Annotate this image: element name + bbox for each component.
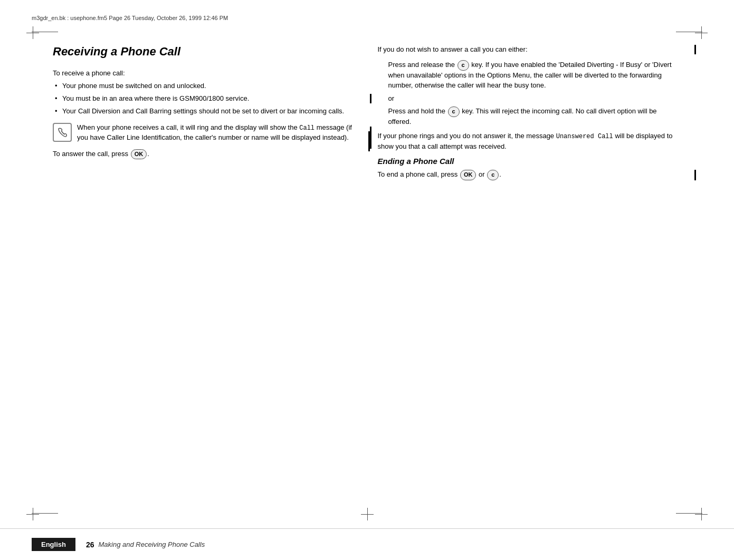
bullet-item-3: Your Call Diversion and Call Barring set…: [53, 107, 357, 116]
right-intro: If you do not wish to answer a call you …: [378, 45, 682, 55]
margin-bar-1: [370, 94, 371, 103]
page: m3gdr_en.bk : usephone.fm5 Page 26 Tuesd…: [0, 0, 734, 560]
header-bar: m3gdr_en.bk : usephone.fm5 Page 26 Tuesd…: [32, 15, 702, 21]
corner-line-bl: [32, 513, 58, 514]
corner-line-br: [676, 513, 702, 514]
code-call: Call: [299, 124, 314, 132]
corner-mark-tr: [695, 26, 708, 39]
corner-line-tr: [676, 32, 702, 32]
option1-block: Press and release the c key. If you have…: [388, 60, 682, 91]
corner-mark-bl: [26, 508, 39, 520]
margin-bar-2: [370, 127, 371, 149]
unanswered-code: Unanswered Call: [556, 133, 613, 140]
margin-bar-right-top: [694, 45, 696, 54]
answer-text: To answer the call, press OK.: [53, 149, 357, 159]
unanswered-para: If your phone rings and you do not answe…: [378, 131, 682, 151]
left-column: Receiving a Phone Call To receive a phon…: [53, 45, 357, 497]
end-title: Ending a Phone Call: [378, 157, 682, 166]
left-section-title: Receiving a Phone Call: [53, 45, 357, 59]
end-para: To end a phone call, press OK or c.: [378, 170, 682, 180]
or-separator: or: [388, 94, 682, 102]
margin-bar-unanswered: [368, 131, 370, 151]
content-area: Receiving a Phone Call To receive a phon…: [53, 45, 681, 497]
corner-mark-tl: [26, 26, 39, 39]
bullet-item-1: Your phone must be switched on and unloc…: [53, 81, 357, 91]
corner-line-tl: [32, 32, 58, 32]
ok-key-left: OK: [131, 149, 147, 159]
bullet-list: Your phone must be switched on and unloc…: [53, 81, 357, 117]
c-key-end: c: [487, 170, 499, 180]
footer-page-number: 26: [86, 540, 94, 549]
left-intro: To receive a phone call:: [53, 69, 357, 77]
header-text: m3gdr_en.bk : usephone.fm5 Page 26 Tuesd…: [32, 15, 228, 21]
c-key-option2: c: [448, 107, 460, 117]
footer-language: English: [32, 538, 75, 551]
c-key-option1: c: [457, 60, 469, 71]
margin-bar-end: [694, 170, 696, 180]
note-block: When your phone receives a call, it will…: [53, 123, 357, 143]
footer-chapter: Making and Receiving Phone Calls: [99, 540, 205, 548]
ok-key-end: OK: [460, 170, 476, 180]
option2-block: Press and hold the c key. This will reje…: [388, 107, 682, 127]
corner-mark-bm: [361, 508, 374, 520]
note-icon: [53, 123, 72, 142]
corner-mark-br: [695, 508, 708, 520]
right-column: If you do not wish to answer a call you …: [378, 45, 682, 497]
note-text: When your phone receives a call, it will…: [77, 123, 357, 143]
bullet-item-2: You must be in an area where there is GS…: [53, 94, 357, 103]
footer: English 26 Making and Receiving Phone Ca…: [0, 528, 734, 560]
